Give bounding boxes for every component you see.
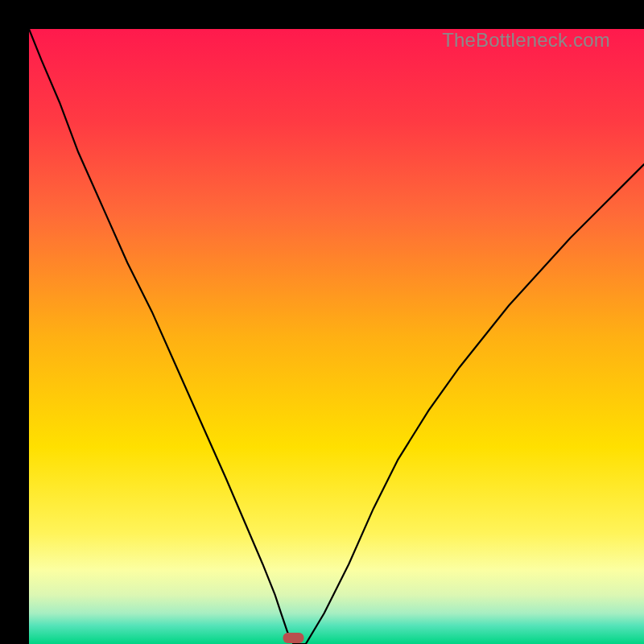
- plot-svg: [29, 29, 644, 644]
- plot-area: [29, 29, 644, 644]
- chart-container: TheBottleneck.com: [0, 0, 644, 644]
- watermark-text: TheBottleneck.com: [442, 29, 610, 52]
- chart-frame: TheBottleneck.com: [0, 0, 644, 644]
- optimal-marker: [283, 633, 304, 643]
- gradient-background: [29, 29, 644, 644]
